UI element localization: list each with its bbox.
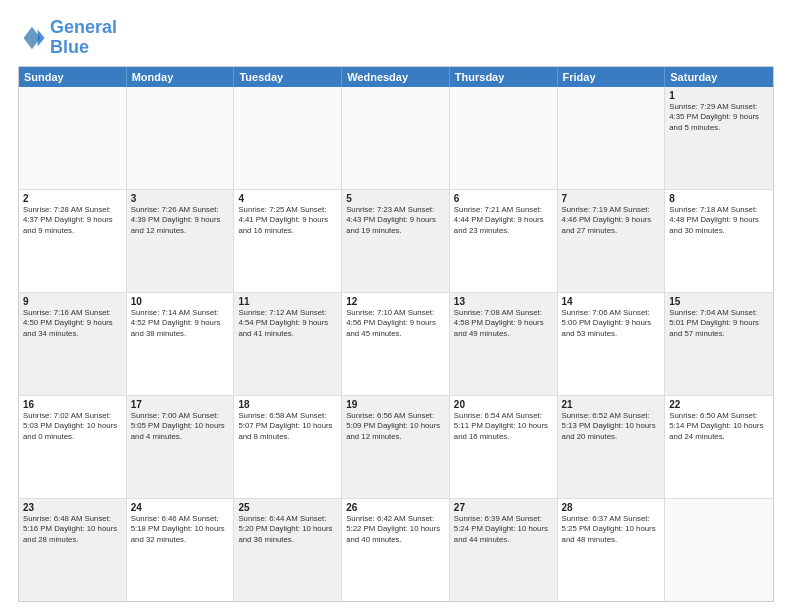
day-cell: 12Sunrise: 7:10 AM Sunset: 4:56 PM Dayli… — [342, 293, 450, 395]
day-number: 24 — [131, 502, 230, 513]
logo: General Blue — [18, 18, 117, 58]
day-number: 2 — [23, 193, 122, 204]
day-header-saturday: Saturday — [665, 67, 773, 87]
day-cell: 7Sunrise: 7:19 AM Sunset: 4:46 PM Daylig… — [558, 190, 666, 292]
day-number: 3 — [131, 193, 230, 204]
day-number: 28 — [562, 502, 661, 513]
day-number: 15 — [669, 296, 769, 307]
day-number: 22 — [669, 399, 769, 410]
day-header-sunday: Sunday — [19, 67, 127, 87]
day-number: 14 — [562, 296, 661, 307]
day-cell: 3Sunrise: 7:26 AM Sunset: 4:39 PM Daylig… — [127, 190, 235, 292]
day-cell: 26Sunrise: 6:42 AM Sunset: 5:22 PM Dayli… — [342, 499, 450, 601]
week-row-2: 9Sunrise: 7:16 AM Sunset: 4:50 PM Daylig… — [19, 293, 773, 396]
day-info: Sunrise: 7:04 AM Sunset: 5:01 PM Dayligh… — [669, 308, 769, 340]
day-cell: 11Sunrise: 7:12 AM Sunset: 4:54 PM Dayli… — [234, 293, 342, 395]
day-cell: 24Sunrise: 6:46 AM Sunset: 5:18 PM Dayli… — [127, 499, 235, 601]
day-header-wednesday: Wednesday — [342, 67, 450, 87]
week-row-3: 16Sunrise: 7:02 AM Sunset: 5:03 PM Dayli… — [19, 396, 773, 499]
day-info: Sunrise: 6:56 AM Sunset: 5:09 PM Dayligh… — [346, 411, 445, 443]
day-info: Sunrise: 6:48 AM Sunset: 5:16 PM Dayligh… — [23, 514, 122, 546]
day-info: Sunrise: 7:08 AM Sunset: 4:58 PM Dayligh… — [454, 308, 553, 340]
day-number: 26 — [346, 502, 445, 513]
day-number: 23 — [23, 502, 122, 513]
day-info: Sunrise: 7:10 AM Sunset: 4:56 PM Dayligh… — [346, 308, 445, 340]
day-cell: 27Sunrise: 6:39 AM Sunset: 5:24 PM Dayli… — [450, 499, 558, 601]
day-cell: 10Sunrise: 7:14 AM Sunset: 4:52 PM Dayli… — [127, 293, 235, 395]
week-row-4: 23Sunrise: 6:48 AM Sunset: 5:16 PM Dayli… — [19, 499, 773, 601]
day-cell: 18Sunrise: 6:58 AM Sunset: 5:07 PM Dayli… — [234, 396, 342, 498]
week-row-1: 2Sunrise: 7:28 AM Sunset: 4:37 PM Daylig… — [19, 190, 773, 293]
day-cell: 4Sunrise: 7:25 AM Sunset: 4:41 PM Daylig… — [234, 190, 342, 292]
day-number: 5 — [346, 193, 445, 204]
day-info: Sunrise: 7:16 AM Sunset: 4:50 PM Dayligh… — [23, 308, 122, 340]
day-info: Sunrise: 6:52 AM Sunset: 5:13 PM Dayligh… — [562, 411, 661, 443]
day-info: Sunrise: 7:25 AM Sunset: 4:41 PM Dayligh… — [238, 205, 337, 237]
day-info: Sunrise: 7:29 AM Sunset: 4:35 PM Dayligh… — [669, 102, 769, 134]
day-number: 7 — [562, 193, 661, 204]
day-cell: 16Sunrise: 7:02 AM Sunset: 5:03 PM Dayli… — [19, 396, 127, 498]
day-info: Sunrise: 6:58 AM Sunset: 5:07 PM Dayligh… — [238, 411, 337, 443]
day-header-thursday: Thursday — [450, 67, 558, 87]
day-number: 25 — [238, 502, 337, 513]
day-info: Sunrise: 6:37 AM Sunset: 5:25 PM Dayligh… — [562, 514, 661, 546]
day-header-friday: Friday — [558, 67, 666, 87]
day-info: Sunrise: 6:54 AM Sunset: 5:11 PM Dayligh… — [454, 411, 553, 443]
day-info: Sunrise: 7:06 AM Sunset: 5:00 PM Dayligh… — [562, 308, 661, 340]
day-cell: 21Sunrise: 6:52 AM Sunset: 5:13 PM Dayli… — [558, 396, 666, 498]
day-number: 27 — [454, 502, 553, 513]
day-cell: 17Sunrise: 7:00 AM Sunset: 5:05 PM Dayli… — [127, 396, 235, 498]
day-cell: 15Sunrise: 7:04 AM Sunset: 5:01 PM Dayli… — [665, 293, 773, 395]
day-cell: 1Sunrise: 7:29 AM Sunset: 4:35 PM Daylig… — [665, 87, 773, 189]
day-info: Sunrise: 6:50 AM Sunset: 5:14 PM Dayligh… — [669, 411, 769, 443]
day-info: Sunrise: 7:28 AM Sunset: 4:37 PM Dayligh… — [23, 205, 122, 237]
calendar: SundayMondayTuesdayWednesdayThursdayFrid… — [18, 66, 774, 602]
day-number: 10 — [131, 296, 230, 307]
day-number: 6 — [454, 193, 553, 204]
day-number: 9 — [23, 296, 122, 307]
day-cell — [127, 87, 235, 189]
day-info: Sunrise: 7:14 AM Sunset: 4:52 PM Dayligh… — [131, 308, 230, 340]
day-info: Sunrise: 7:18 AM Sunset: 4:48 PM Dayligh… — [669, 205, 769, 237]
day-cell: 13Sunrise: 7:08 AM Sunset: 4:58 PM Dayli… — [450, 293, 558, 395]
day-header-tuesday: Tuesday — [234, 67, 342, 87]
day-cell — [558, 87, 666, 189]
day-number: 19 — [346, 399, 445, 410]
day-info: Sunrise: 6:44 AM Sunset: 5:20 PM Dayligh… — [238, 514, 337, 546]
day-cell: 6Sunrise: 7:21 AM Sunset: 4:44 PM Daylig… — [450, 190, 558, 292]
logo-text: General Blue — [50, 18, 117, 58]
day-number: 4 — [238, 193, 337, 204]
day-info: Sunrise: 7:21 AM Sunset: 4:44 PM Dayligh… — [454, 205, 553, 237]
day-number: 18 — [238, 399, 337, 410]
day-info: Sunrise: 6:42 AM Sunset: 5:22 PM Dayligh… — [346, 514, 445, 546]
day-number: 21 — [562, 399, 661, 410]
day-cell: 14Sunrise: 7:06 AM Sunset: 5:00 PM Dayli… — [558, 293, 666, 395]
day-info: Sunrise: 7:26 AM Sunset: 4:39 PM Dayligh… — [131, 205, 230, 237]
day-header-monday: Monday — [127, 67, 235, 87]
day-number: 1 — [669, 90, 769, 101]
page: General Blue SundayMondayTuesdayWednesda… — [0, 0, 792, 612]
day-cell — [234, 87, 342, 189]
day-cell: 19Sunrise: 6:56 AM Sunset: 5:09 PM Dayli… — [342, 396, 450, 498]
day-info: Sunrise: 7:23 AM Sunset: 4:43 PM Dayligh… — [346, 205, 445, 237]
day-number: 16 — [23, 399, 122, 410]
day-number: 11 — [238, 296, 337, 307]
day-cell — [665, 499, 773, 601]
day-cell: 22Sunrise: 6:50 AM Sunset: 5:14 PM Dayli… — [665, 396, 773, 498]
day-info: Sunrise: 7:19 AM Sunset: 4:46 PM Dayligh… — [562, 205, 661, 237]
day-number: 20 — [454, 399, 553, 410]
day-number: 17 — [131, 399, 230, 410]
day-info: Sunrise: 6:39 AM Sunset: 5:24 PM Dayligh… — [454, 514, 553, 546]
day-info: Sunrise: 7:00 AM Sunset: 5:05 PM Dayligh… — [131, 411, 230, 443]
day-cell: 23Sunrise: 6:48 AM Sunset: 5:16 PM Dayli… — [19, 499, 127, 601]
day-info: Sunrise: 6:46 AM Sunset: 5:18 PM Dayligh… — [131, 514, 230, 546]
day-cell — [19, 87, 127, 189]
header: General Blue — [18, 18, 774, 58]
day-cell: 5Sunrise: 7:23 AM Sunset: 4:43 PM Daylig… — [342, 190, 450, 292]
day-cell: 9Sunrise: 7:16 AM Sunset: 4:50 PM Daylig… — [19, 293, 127, 395]
day-number: 12 — [346, 296, 445, 307]
day-cell: 25Sunrise: 6:44 AM Sunset: 5:20 PM Dayli… — [234, 499, 342, 601]
week-row-0: 1Sunrise: 7:29 AM Sunset: 4:35 PM Daylig… — [19, 87, 773, 190]
day-info: Sunrise: 7:12 AM Sunset: 4:54 PM Dayligh… — [238, 308, 337, 340]
day-info: Sunrise: 7:02 AM Sunset: 5:03 PM Dayligh… — [23, 411, 122, 443]
